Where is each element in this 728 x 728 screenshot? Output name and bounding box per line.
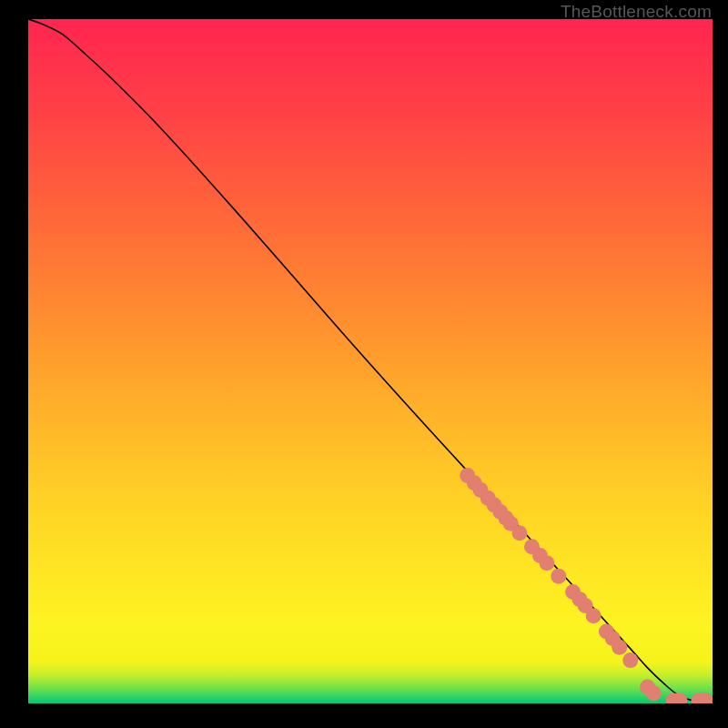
data-marker [622, 652, 638, 668]
watermark-text: TheBottleneck.com [561, 2, 712, 22]
data-marker [511, 525, 527, 541]
data-marker [540, 555, 555, 571]
plot-background [28, 19, 713, 703]
data-marker [646, 685, 662, 701]
data-marker [551, 569, 566, 584]
data-marker [612, 640, 627, 655]
chart-svg [28, 19, 713, 703]
data-marker [586, 608, 602, 623]
